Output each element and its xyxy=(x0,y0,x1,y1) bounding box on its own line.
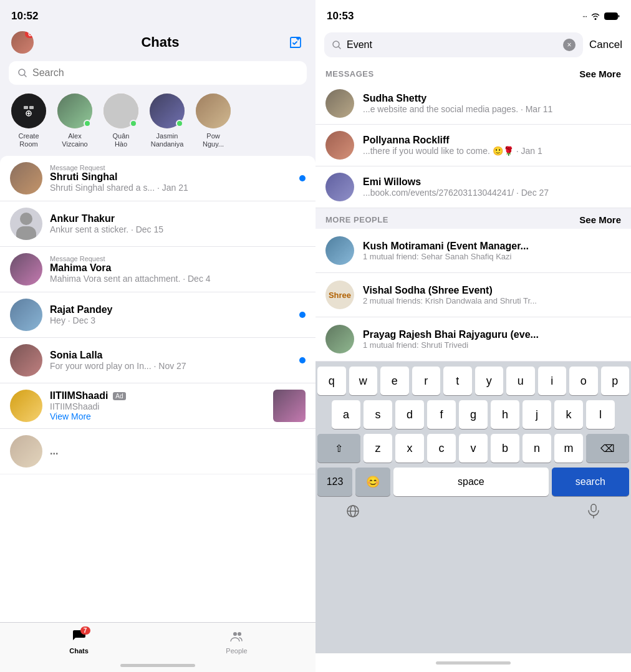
result-sudha[interactable]: Sudha Shetty ...e website and the social… xyxy=(316,83,631,125)
story-quan[interactable]: QuânHào xyxy=(104,94,138,148)
result-emi[interactable]: Emi Willows ...book.com/events/276203113… xyxy=(316,166,631,208)
key-g[interactable]: g xyxy=(459,400,488,429)
result-avatar-pollyanna xyxy=(325,131,354,160)
key-r[interactable]: r xyxy=(412,367,441,395)
chat-item-sonia[interactable]: Sonia Lalla For your word play on In... … xyxy=(0,338,316,383)
key-n[interactable]: n xyxy=(523,434,551,463)
key-w[interactable]: w xyxy=(349,367,378,395)
kb-bottom-row xyxy=(317,501,629,521)
chat-preview-ankur: Ankur sent a sticker. · Dec 15 xyxy=(50,224,306,234)
key-space[interactable]: space xyxy=(393,468,549,496)
result-avatar-sudha xyxy=(325,89,354,118)
result-name-sudha: Sudha Shetty xyxy=(363,93,621,104)
clear-search-button[interactable]: × xyxy=(563,39,576,51)
story-name-pow: PowNguy... xyxy=(203,132,224,148)
key-o[interactable]: o xyxy=(569,367,598,395)
key-123[interactable]: 123 xyxy=(317,468,352,496)
user-avatar[interactable]: 6 xyxy=(11,31,34,54)
people-item-kush[interactable]: Kush Motiramani (Event Manager... 1 mutu… xyxy=(316,229,631,273)
key-i[interactable]: i xyxy=(538,367,567,395)
key-t[interactable]: t xyxy=(443,367,472,395)
key-globe[interactable] xyxy=(324,504,382,519)
key-u[interactable]: u xyxy=(506,367,535,395)
key-shift[interactable]: ⇧ xyxy=(317,434,360,463)
key-f[interactable]: f xyxy=(427,400,456,429)
online-indicator xyxy=(84,120,91,127)
chat-list: Message Request Shruti Singhal Shruti Si… xyxy=(0,156,316,622)
people-name-prayag: Prayag Rajesh Bhai Rajyaguru (eve... xyxy=(363,329,621,340)
svg-rect-11 xyxy=(591,504,596,512)
cancel-button[interactable]: Cancel xyxy=(589,39,622,51)
key-q[interactable]: q xyxy=(317,367,346,395)
messages-see-more-button[interactable]: See More xyxy=(579,69,621,79)
story-jasmin[interactable]: JasminNandaniya xyxy=(150,94,185,148)
story-alex[interactable]: AlexVizcaino xyxy=(57,94,92,148)
key-l[interactable]: l xyxy=(586,400,615,429)
chat-avatar-partial xyxy=(10,435,42,468)
key-m[interactable]: m xyxy=(554,434,583,463)
key-e[interactable]: e xyxy=(380,367,409,395)
chat-avatar-sonia xyxy=(10,344,42,377)
key-a[interactable]: a xyxy=(332,400,360,429)
result-content-emi: Emi Willows ...book.com/events/276203113… xyxy=(363,176,621,198)
result-pollyanna[interactable]: Pollyanna Rockliff ...there if you would… xyxy=(316,125,631,166)
message-request-label-mahima: Message Request xyxy=(50,255,306,262)
search-input-left[interactable] xyxy=(32,67,298,79)
home-bar-right xyxy=(436,661,511,665)
people-nav-icon-wrap xyxy=(228,628,246,645)
key-z[interactable]: z xyxy=(364,434,392,463)
key-x[interactable]: x xyxy=(395,434,424,463)
people-item-vishal[interactable]: Shree Vishal Sodha (Shree Event) 2 mutua… xyxy=(316,273,631,317)
search-input-right[interactable] xyxy=(347,39,558,50)
people-content-prayag: Prayag Rajesh Bhai Rajyaguru (eve... 1 m… xyxy=(363,329,621,350)
key-c[interactable]: c xyxy=(427,434,456,463)
people-section: MORE PEOPLE See More Kush Motiramani (Ev… xyxy=(316,208,631,362)
story-pow[interactable]: PowNguy... xyxy=(196,94,231,148)
key-v[interactable]: v xyxy=(459,434,488,463)
people-item-prayag[interactable]: Prayag Rajesh Bhai Rajyaguru (eve... 1 m… xyxy=(316,317,631,362)
key-d[interactable]: d xyxy=(395,400,424,429)
chat-item-mahima[interactable]: Message Request Mahima Vora Mahima Vora … xyxy=(0,247,316,292)
result-preview-sudha: ...e website and the social media pages.… xyxy=(363,104,621,114)
search-bar[interactable] xyxy=(9,61,307,85)
chat-preview-mahima: Mahima Vora sent an attachment. · Dec 4 xyxy=(50,274,306,284)
chat-item-partial[interactable]: ... xyxy=(0,429,316,474)
nav-chats[interactable]: 7 Chats xyxy=(0,628,158,655)
key-mic[interactable] xyxy=(564,504,623,519)
key-j[interactable]: j xyxy=(523,400,551,429)
chat-item-rajat[interactable]: Rajat Pandey Hey · Dec 3 xyxy=(0,292,316,338)
key-search[interactable]: search xyxy=(552,468,629,496)
chat-item-ankur[interactable]: Ankur Thakur Ankur sent a sticker. · Dec… xyxy=(0,201,316,247)
key-b[interactable]: b xyxy=(491,434,519,463)
people-sub-vishal: 2 mutual friends: Krish Dandwala and Shr… xyxy=(363,296,621,305)
key-p[interactable]: p xyxy=(601,367,630,395)
unread-indicator-sonia xyxy=(299,357,306,363)
chat-preview-sonia: For your word play on In... · Nov 27 xyxy=(50,361,292,371)
result-preview-pollyanna: ...there if you would like to come. 🙂🌹 ·… xyxy=(363,146,621,156)
chat-item-shruti[interactable]: Message Request Shruti Singhal Shruti Si… xyxy=(0,156,316,201)
chat-name-partial: ... xyxy=(50,446,306,457)
status-bar-right: 10:53 ··· xyxy=(316,0,631,27)
svg-point-4 xyxy=(233,632,237,636)
search-row-right: × Cancel xyxy=(316,27,631,62)
chat-item-iit[interactable]: IITIIMShaadi Ad IITIIMShaadi View More xyxy=(0,383,316,429)
people-see-more-button[interactable]: See More xyxy=(579,214,621,225)
key-y[interactable]: y xyxy=(475,367,504,395)
people-sub-kush: 1 mutual friend: Sehar Sanah Shafiq Kazi xyxy=(363,252,621,261)
people-content-kush: Kush Motiramani (Event Manager... 1 mutu… xyxy=(363,241,621,261)
people-sub-prayag: 1 mutual friend: Shruti Trivedi xyxy=(363,340,621,350)
svg-point-5 xyxy=(238,632,241,636)
key-backspace[interactable]: ⌫ xyxy=(586,434,629,463)
view-more-link[interactable]: View More xyxy=(50,411,266,421)
story-create-room[interactable]: CreateRoom xyxy=(11,94,46,148)
key-emoji[interactable]: 😊 xyxy=(355,468,390,496)
chats-nav-label: Chats xyxy=(69,647,89,655)
key-h[interactable]: h xyxy=(491,400,519,429)
search-box-right[interactable]: × xyxy=(324,32,583,57)
chat-content-shruti: Message Request Shruti Singhal Shruti Si… xyxy=(50,164,292,193)
people-section-title: MORE PEOPLE xyxy=(325,215,388,224)
key-s[interactable]: s xyxy=(364,400,392,429)
nav-people[interactable]: People xyxy=(158,628,316,655)
key-k[interactable]: k xyxy=(554,400,583,429)
compose-button[interactable] xyxy=(287,34,304,51)
